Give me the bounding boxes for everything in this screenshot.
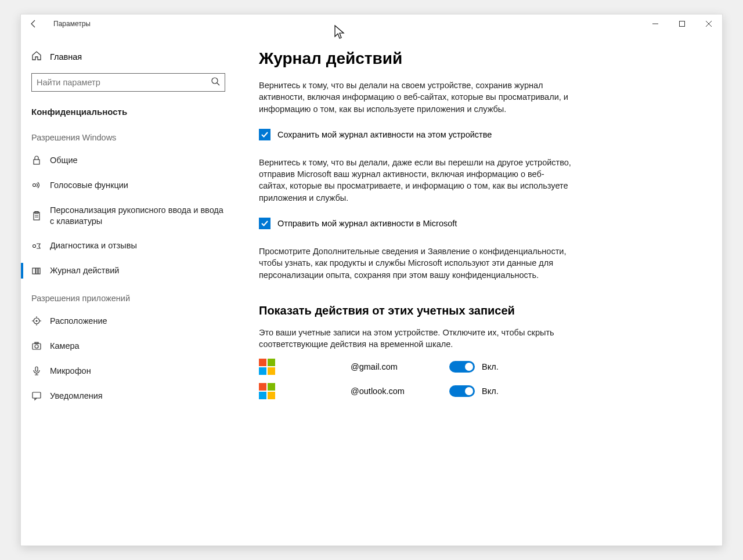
page-heading: Журнал действий xyxy=(259,49,690,68)
maximize-button[interactable] xyxy=(669,15,695,33)
svg-rect-25 xyxy=(35,367,38,371)
nav-diagnostics[interactable]: Диагностика и отзывы xyxy=(21,233,236,258)
svg-rect-6 xyxy=(34,160,39,164)
group-windows-label: Разрешения Windows xyxy=(21,122,236,148)
account-toggle[interactable] xyxy=(449,385,475,397)
intro-paragraph-1: Вернитесь к тому, что вы делали на своем… xyxy=(259,80,572,115)
checkbox-label: Сохранить мой журнал активности на этом … xyxy=(277,130,492,139)
nav-item-label: Журнал действий xyxy=(50,265,225,276)
nav-speech[interactable]: Голосовые функции xyxy=(21,173,236,198)
checkbox-icon xyxy=(259,218,270,229)
account-email: @outlook.com xyxy=(351,386,449,396)
toggle-state-label: Вкл. xyxy=(482,362,499,371)
nav-item-label: Микрофон xyxy=(50,366,225,377)
nav-notifications[interactable]: Уведомления xyxy=(21,384,236,409)
nav-item-label: Уведомления xyxy=(50,391,225,402)
svg-rect-24 xyxy=(35,342,38,344)
search-input[interactable] xyxy=(37,78,211,87)
section-title: Конфиденциальность xyxy=(21,99,236,122)
svg-rect-15 xyxy=(38,268,40,274)
back-button[interactable] xyxy=(28,18,39,30)
timeline-icon xyxy=(31,266,42,276)
group-apps-label: Разрешения приложений xyxy=(21,283,236,309)
nav-activity-history[interactable]: Журнал действий xyxy=(21,258,236,283)
svg-point-23 xyxy=(35,345,38,348)
window-title: Параметры xyxy=(53,20,91,28)
accounts-subheading: Показать действия от этих учетных записе… xyxy=(259,304,690,317)
svg-point-7 xyxy=(33,184,36,187)
accounts-intro: Это ваши учетные записи на этом устройст… xyxy=(259,327,572,351)
notification-icon xyxy=(31,391,42,401)
search-icon xyxy=(211,77,220,88)
nav-item-label: Расположение xyxy=(50,316,225,327)
microsoft-logo-icon xyxy=(259,383,275,399)
sidebar: Главная Конфиденциальность Разрешения Wi… xyxy=(21,33,236,545)
privacy-note: Просмотрите Дополнительные сведения и За… xyxy=(259,245,572,281)
lock-icon xyxy=(31,155,42,165)
nav-inking[interactable]: Персонализация рукописного ввода и ввода… xyxy=(21,198,236,234)
nav-microphone[interactable]: Микрофон xyxy=(21,359,236,384)
search-box[interactable] xyxy=(31,73,225,92)
checkbox-icon xyxy=(259,129,270,140)
clipboard-icon xyxy=(31,211,42,221)
svg-line-5 xyxy=(217,83,219,85)
nav-location[interactable]: Расположение xyxy=(21,309,236,334)
nav-general[interactable]: Общие xyxy=(21,148,236,173)
nav-camera[interactable]: Камера xyxy=(21,334,236,359)
minimize-button[interactable] xyxy=(642,15,669,33)
svg-rect-28 xyxy=(33,392,41,398)
nav-item-label: Персонализация рукописного ввода и ввода… xyxy=(50,205,225,227)
home-icon xyxy=(31,50,42,63)
account-email: @gmail.com xyxy=(351,362,449,371)
home-nav[interactable]: Главная xyxy=(21,45,236,68)
nav-item-label: Голосовые функции xyxy=(50,180,225,191)
svg-rect-1 xyxy=(680,21,685,27)
settings-window: Параметры Главная xyxy=(20,14,723,546)
toggle-state-label: Вкл. xyxy=(482,386,499,396)
feedback-icon xyxy=(31,241,42,251)
close-button[interactable] xyxy=(695,15,722,33)
svg-rect-14 xyxy=(36,268,38,274)
speech-icon xyxy=(31,180,42,190)
nav-item-label: Камера xyxy=(50,341,225,352)
nav-item-label: Общие xyxy=(50,155,225,166)
svg-rect-13 xyxy=(33,268,35,274)
home-label: Главная xyxy=(50,52,82,62)
svg-point-17 xyxy=(36,320,38,322)
nav-item-label: Диагностика и отзывы xyxy=(50,240,225,251)
svg-point-12 xyxy=(33,244,36,247)
main-content: Журнал действий Вернитесь к тому, что вы… xyxy=(236,33,722,545)
account-row: @gmail.com Вкл. xyxy=(259,359,690,375)
checkbox-send-microsoft[interactable]: Отправить мой журнал активности в Micros… xyxy=(259,218,690,229)
microphone-icon xyxy=(31,366,42,376)
intro-paragraph-2: Вернитесь к тому, что вы делали, даже ес… xyxy=(259,157,572,204)
svg-point-4 xyxy=(212,78,218,84)
location-icon xyxy=(31,316,42,326)
checkbox-label: Отправить мой журнал активности в Micros… xyxy=(277,219,457,228)
checkbox-store-local[interactable]: Сохранить мой журнал активности на этом … xyxy=(259,129,690,140)
account-toggle[interactable] xyxy=(449,361,475,373)
microsoft-logo-icon xyxy=(259,359,275,375)
camera-icon xyxy=(31,341,42,351)
titlebar: Параметры xyxy=(21,15,722,33)
account-row: @outlook.com Вкл. xyxy=(259,383,690,399)
